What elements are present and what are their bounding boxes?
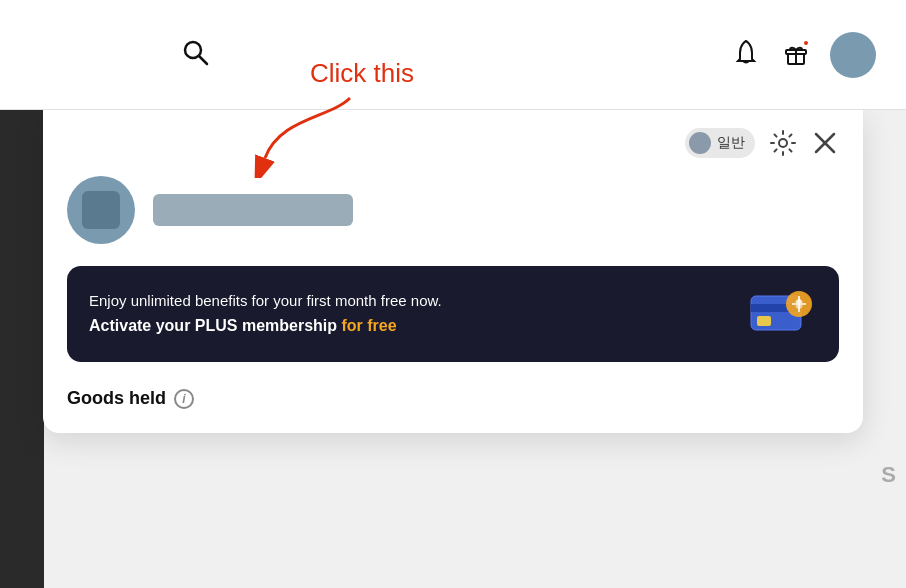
profile-row [67, 176, 839, 244]
banner-text: Enjoy unlimited benefits for your first … [89, 289, 442, 339]
user-avatar[interactable] [830, 32, 876, 78]
goods-label: Goods held [67, 388, 166, 409]
banner-line1: Enjoy unlimited benefits for your first … [89, 292, 442, 309]
credit-card-svg [747, 286, 817, 342]
notification-dot [802, 39, 810, 47]
search-button[interactable] [180, 37, 212, 73]
bg-text: S [881, 462, 896, 488]
svg-rect-11 [757, 316, 771, 326]
profile-name-bar [153, 194, 353, 226]
header [0, 0, 906, 110]
toggle-label: 일반 [717, 134, 745, 152]
panel-controls: 일반 [67, 128, 839, 158]
gear-icon [769, 129, 797, 157]
goods-info-button[interactable]: i [174, 389, 194, 409]
search-icon [180, 37, 212, 69]
close-icon [811, 129, 839, 157]
header-right [730, 32, 876, 78]
notification-button[interactable] [730, 37, 762, 73]
plus-membership-banner[interactable]: Enjoy unlimited benefits for your first … [67, 266, 839, 362]
banner-line2-highlight: for free [342, 317, 397, 334]
bell-icon [730, 37, 762, 69]
header-left [180, 37, 212, 73]
close-button[interactable] [811, 129, 839, 157]
banner-line2-prefix: Activate your PLUS membership [89, 317, 342, 334]
toggle-general[interactable]: 일반 [685, 128, 755, 158]
svg-point-6 [779, 139, 787, 147]
plus-card-icon [747, 286, 817, 342]
gift-button[interactable] [780, 37, 812, 73]
info-label: i [182, 392, 185, 406]
goods-row: Goods held i [67, 384, 839, 409]
profile-avatar[interactable] [67, 176, 135, 244]
svg-line-1 [199, 56, 207, 64]
avatar-inner [82, 191, 120, 229]
dropdown-panel: 일반 Enjoy unlimited benefits for your fir… [43, 110, 863, 433]
settings-button[interactable] [769, 129, 797, 157]
toggle-knob [689, 132, 711, 154]
